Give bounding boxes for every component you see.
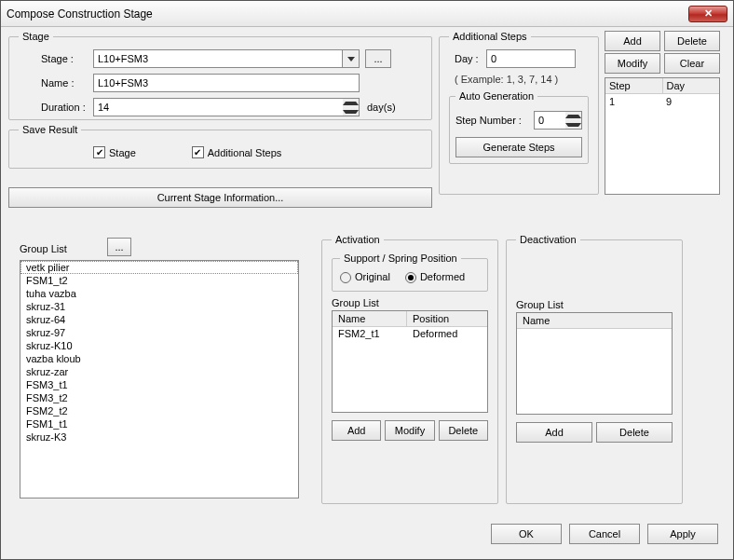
stage-label: Stage : <box>19 53 93 64</box>
list-item[interactable]: FSM1_t2 <box>20 274 298 287</box>
list-item[interactable]: skruz-97 <box>20 326 298 339</box>
duration-label: Duration : <box>19 102 93 113</box>
list-item[interactable]: FSM2_t2 <box>20 404 298 417</box>
additional-steps-fieldset: Additional Steps Day : ( Example: 1, 3, … <box>439 31 599 195</box>
ok-button[interactable]: OK <box>491 524 562 544</box>
window: Compose Construction Stage ✕ Stage Stage… <box>0 0 734 560</box>
step-number-label: Step Number : <box>455 115 534 126</box>
activation-hdr-pos: Position <box>407 311 487 326</box>
list-item[interactable]: vazba kloub <box>20 352 298 365</box>
duration-unit: day(s) <box>367 102 396 113</box>
stage-fieldset: Stage Stage : L10+FSM3 ... Name : Durati… <box>8 31 432 120</box>
list-item[interactable]: tuha vazba <box>20 287 298 300</box>
radio-original[interactable]: Original <box>340 271 390 283</box>
table-row[interactable]: FSM2_t1Deformed <box>333 327 487 340</box>
cancel-button[interactable]: Cancel <box>569 524 640 544</box>
auto-generation-legend: Auto Generation <box>455 90 537 102</box>
chk-addsteps[interactable]: ✔Additional Steps <box>192 146 282 158</box>
day-example: ( Example: 1, 3, 7, 14 ) <box>449 74 589 85</box>
deactivation-fieldset: Deactivation Group List Name Add Delete <box>506 234 683 504</box>
activation-hdr-name: Name <box>333 311 407 326</box>
stage-combo-button[interactable] <box>343 49 360 68</box>
support-position-fieldset: Support / Spring Position Original Defor… <box>332 253 488 292</box>
duration-input[interactable] <box>93 98 343 116</box>
group-list-label: Group List <box>20 243 67 254</box>
deactivation-delete-button[interactable]: Delete <box>596 422 673 443</box>
step-number-input[interactable] <box>534 111 565 130</box>
support-position-legend: Support / Spring Position <box>340 253 461 264</box>
group-list-more-button[interactable]: ... <box>107 238 131 256</box>
radio-deformed[interactable]: Deformed <box>405 271 465 283</box>
list-item[interactable]: skruz-K3 <box>20 430 298 444</box>
deactivation-grouplist-label: Group List <box>516 299 673 310</box>
steps-delete-button[interactable]: Delete <box>664 31 720 51</box>
list-item[interactable]: vetk pilier <box>20 261 298 274</box>
list-item[interactable]: FSM1_t1 <box>20 417 298 430</box>
stage-combo-value: L10+FSM3 <box>98 53 148 64</box>
dialog-button-row: OK Cancel Apply <box>491 524 718 544</box>
activation-delete-button[interactable]: Delete <box>439 420 488 441</box>
list-item[interactable]: skruz-31 <box>20 300 298 313</box>
steps-modify-button[interactable]: Modify <box>605 53 660 74</box>
deactivation-list[interactable]: Name <box>516 312 673 415</box>
day-label: Day : <box>449 53 486 64</box>
additional-steps-legend: Additional Steps <box>449 31 531 42</box>
steps-add-button[interactable]: Add <box>605 31 660 51</box>
steps-hdr-day: Day <box>663 78 720 93</box>
steps-side: Add Delete Modify Clear Step Day 19 <box>605 31 720 195</box>
name-label: Name : <box>19 77 93 89</box>
deactivation-add-button[interactable]: Add <box>516 422 592 443</box>
apply-button[interactable]: Apply <box>647 524 718 544</box>
chk-stage[interactable]: ✔Stage <box>93 146 136 158</box>
generate-steps-button[interactable]: Generate Steps <box>455 137 582 157</box>
steps-table[interactable]: Step Day 19 <box>605 77 720 195</box>
day-input[interactable] <box>486 49 576 68</box>
group-list-box[interactable]: vetk pilierFSM1_t2tuha vazbaskruz-31skru… <box>20 260 299 499</box>
steps-hdr-step: Step <box>605 78 663 93</box>
activation-fieldset: Activation Support / Spring Position Ori… <box>321 234 498 504</box>
activation-grouplist-label: Group List <box>332 297 488 308</box>
save-result-legend: Save Result <box>19 124 81 135</box>
list-item[interactable]: skruz-zar <box>20 365 298 378</box>
stage-combo[interactable]: L10+FSM3 <box>93 49 343 68</box>
activation-add-button[interactable]: Add <box>332 420 381 441</box>
save-result-fieldset: Save Result ✔Stage ✔Additional Steps <box>8 124 432 169</box>
deactivation-legend: Deactivation <box>516 234 580 245</box>
name-input[interactable] <box>93 74 360 92</box>
step-number-spinner[interactable] <box>565 111 582 130</box>
close-button[interactable]: ✕ <box>688 6 727 22</box>
stage-legend: Stage <box>19 31 53 42</box>
duration-spinner[interactable] <box>343 98 360 116</box>
list-item[interactable]: skruz-64 <box>20 313 298 326</box>
list-item[interactable]: FSM3_t2 <box>20 391 298 404</box>
list-item[interactable]: skruz-K10 <box>20 339 298 352</box>
table-row[interactable]: 19 <box>605 96 719 107</box>
stage-more-button[interactable]: ... <box>365 49 391 68</box>
activation-list[interactable]: Name Position FSM2_t1Deformed <box>332 310 488 413</box>
auto-generation-fieldset: Auto Generation Step Number : Generate S… <box>449 90 589 164</box>
current-stage-info-button[interactable]: Current Stage Information... <box>8 187 432 208</box>
list-item[interactable]: FSM3_t1 <box>20 378 298 391</box>
window-title: Compose Construction Stage <box>7 7 688 20</box>
title-bar: Compose Construction Stage ✕ <box>1 1 733 27</box>
deactivation-hdr-name: Name <box>517 313 672 328</box>
steps-clear-button[interactable]: Clear <box>664 53 720 74</box>
activation-legend: Activation <box>332 234 384 245</box>
activation-modify-button[interactable]: Modify <box>385 420 434 441</box>
